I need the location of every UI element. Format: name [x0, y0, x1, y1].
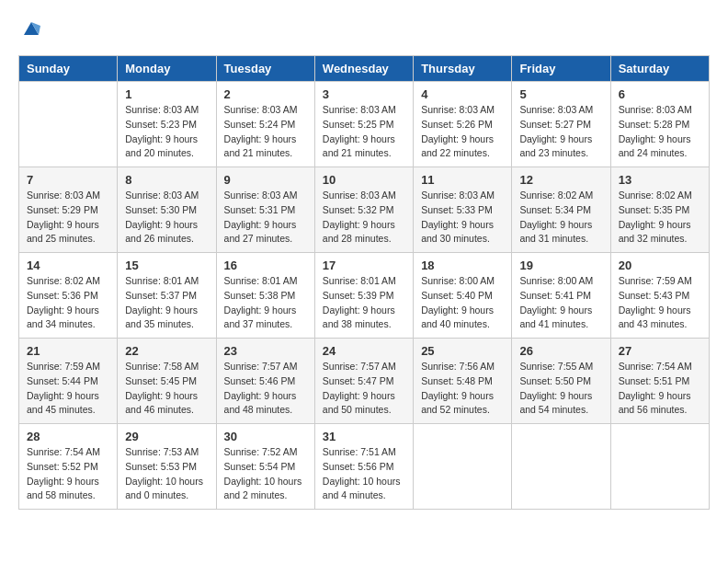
day-number: 4 [421, 87, 504, 101]
calendar-cell: 9Sunrise: 8:03 AM Sunset: 5:31 PM Daylig… [216, 167, 314, 253]
day-number: 15 [125, 259, 208, 272]
day-number: 27 [619, 344, 701, 358]
day-number: 14 [27, 259, 109, 272]
day-number: 21 [27, 344, 109, 358]
column-header-wednesday: Wednesday [314, 56, 413, 82]
day-info: Sunrise: 7:56 AM Sunset: 5:48 PM Dayligh… [421, 360, 504, 418]
calendar-cell: 15Sunrise: 8:01 AM Sunset: 5:37 PM Dayli… [118, 253, 216, 339]
day-number: 9 [224, 173, 307, 187]
day-number: 8 [125, 173, 208, 187]
day-info: Sunrise: 8:03 AM Sunset: 5:33 PM Dayligh… [421, 189, 504, 247]
calendar-cell: 3Sunrise: 8:03 AM Sunset: 5:25 PM Daylig… [314, 82, 413, 167]
day-info: Sunrise: 8:00 AM Sunset: 5:41 PM Dayligh… [519, 274, 602, 332]
calendar-table: SundayMondayTuesdayWednesdayThursdayFrid… [18, 55, 710, 510]
calendar-cell: 7Sunrise: 8:03 AM Sunset: 5:29 PM Daylig… [19, 167, 118, 253]
day-number: 23 [224, 344, 307, 358]
calendar-cell: 16Sunrise: 8:01 AM Sunset: 5:38 PM Dayli… [216, 253, 314, 339]
calendar-cell: 2Sunrise: 8:03 AM Sunset: 5:24 PM Daylig… [216, 82, 314, 167]
column-header-sunday: Sunday [19, 56, 118, 82]
day-info: Sunrise: 7:57 AM Sunset: 5:47 PM Dayligh… [323, 360, 405, 418]
header-row: SundayMondayTuesdayWednesdayThursdayFrid… [19, 56, 710, 82]
day-number: 17 [323, 259, 405, 272]
day-info: Sunrise: 7:51 AM Sunset: 5:56 PM Dayligh… [323, 445, 405, 503]
day-number: 3 [323, 87, 405, 101]
day-number: 11 [421, 173, 504, 187]
day-number: 30 [224, 430, 307, 443]
calendar-cell [610, 424, 709, 510]
day-info: Sunrise: 7:58 AM Sunset: 5:45 PM Dayligh… [125, 360, 208, 418]
day-info: Sunrise: 8:01 AM Sunset: 5:37 PM Dayligh… [125, 274, 208, 332]
week-row-3: 21Sunrise: 7:59 AM Sunset: 5:44 PM Dayli… [19, 339, 710, 424]
day-number: 12 [519, 173, 602, 187]
week-row-1: 7Sunrise: 8:03 AM Sunset: 5:29 PM Daylig… [19, 167, 710, 253]
day-number: 19 [519, 259, 602, 272]
calendar-cell [512, 424, 610, 510]
logo-icon [20, 18, 42, 40]
calendar-cell [414, 424, 512, 510]
calendar-cell: 19Sunrise: 8:00 AM Sunset: 5:41 PM Dayli… [512, 253, 610, 339]
day-number: 1 [125, 87, 208, 101]
calendar-cell: 12Sunrise: 8:02 AM Sunset: 5:34 PM Dayli… [512, 167, 610, 253]
calendar-cell: 5Sunrise: 8:03 AM Sunset: 5:27 PM Daylig… [512, 82, 610, 167]
day-info: Sunrise: 7:57 AM Sunset: 5:46 PM Dayligh… [224, 360, 307, 418]
calendar-cell: 13Sunrise: 8:02 AM Sunset: 5:35 PM Dayli… [610, 167, 709, 253]
calendar-cell: 17Sunrise: 8:01 AM Sunset: 5:39 PM Dayli… [314, 253, 413, 339]
calendar-cell: 4Sunrise: 8:03 AM Sunset: 5:26 PM Daylig… [414, 82, 512, 167]
calendar-cell: 20Sunrise: 7:59 AM Sunset: 5:43 PM Dayli… [610, 253, 709, 339]
day-number: 20 [619, 259, 701, 272]
calendar-cell: 18Sunrise: 8:00 AM Sunset: 5:40 PM Dayli… [414, 253, 512, 339]
day-info: Sunrise: 7:55 AM Sunset: 5:50 PM Dayligh… [519, 360, 602, 418]
calendar-cell: 10Sunrise: 8:03 AM Sunset: 5:32 PM Dayli… [314, 167, 413, 253]
calendar-cell: 14Sunrise: 8:02 AM Sunset: 5:36 PM Dayli… [19, 253, 118, 339]
day-info: Sunrise: 8:03 AM Sunset: 5:32 PM Dayligh… [323, 189, 405, 247]
week-row-0: 1Sunrise: 8:03 AM Sunset: 5:23 PM Daylig… [19, 82, 710, 167]
day-info: Sunrise: 8:03 AM Sunset: 5:27 PM Dayligh… [519, 103, 602, 161]
day-number: 22 [125, 344, 208, 358]
logo-text [18, 18, 42, 40]
day-info: Sunrise: 8:02 AM Sunset: 5:34 PM Dayligh… [519, 189, 602, 247]
calendar-cell [19, 82, 118, 167]
calendar-cell: 31Sunrise: 7:51 AM Sunset: 5:56 PM Dayli… [314, 424, 413, 510]
day-info: Sunrise: 8:03 AM Sunset: 5:28 PM Dayligh… [619, 103, 701, 161]
day-number: 5 [519, 87, 602, 101]
calendar-cell: 25Sunrise: 7:56 AM Sunset: 5:48 PM Dayli… [414, 339, 512, 424]
page-header [18, 18, 710, 40]
day-info: Sunrise: 7:53 AM Sunset: 5:53 PM Dayligh… [125, 445, 208, 503]
day-info: Sunrise: 8:03 AM Sunset: 5:31 PM Dayligh… [224, 189, 307, 247]
day-info: Sunrise: 8:00 AM Sunset: 5:40 PM Dayligh… [421, 274, 504, 332]
day-number: 2 [224, 87, 307, 101]
day-info: Sunrise: 8:03 AM Sunset: 5:29 PM Dayligh… [27, 189, 109, 247]
day-info: Sunrise: 8:01 AM Sunset: 5:38 PM Dayligh… [224, 274, 307, 332]
day-info: Sunrise: 7:52 AM Sunset: 5:54 PM Dayligh… [224, 445, 307, 503]
day-info: Sunrise: 8:03 AM Sunset: 5:26 PM Dayligh… [421, 103, 504, 161]
day-info: Sunrise: 8:03 AM Sunset: 5:23 PM Dayligh… [125, 103, 208, 161]
day-info: Sunrise: 7:54 AM Sunset: 5:52 PM Dayligh… [27, 445, 109, 503]
column-header-saturday: Saturday [610, 56, 709, 82]
week-row-4: 28Sunrise: 7:54 AM Sunset: 5:52 PM Dayli… [19, 424, 710, 510]
calendar-cell: 29Sunrise: 7:53 AM Sunset: 5:53 PM Dayli… [118, 424, 216, 510]
day-number: 24 [323, 344, 405, 358]
column-header-thursday: Thursday [414, 56, 512, 82]
day-info: Sunrise: 7:59 AM Sunset: 5:44 PM Dayligh… [27, 360, 109, 418]
day-number: 10 [323, 173, 405, 187]
day-number: 16 [224, 259, 307, 272]
day-number: 31 [323, 430, 405, 443]
day-info: Sunrise: 8:03 AM Sunset: 5:24 PM Dayligh… [224, 103, 307, 161]
calendar-cell: 28Sunrise: 7:54 AM Sunset: 5:52 PM Dayli… [19, 424, 118, 510]
day-info: Sunrise: 8:01 AM Sunset: 5:39 PM Dayligh… [323, 274, 405, 332]
day-info: Sunrise: 8:03 AM Sunset: 5:25 PM Dayligh… [323, 103, 405, 161]
column-header-friday: Friday [512, 56, 610, 82]
day-number: 18 [421, 259, 504, 272]
column-header-tuesday: Tuesday [216, 56, 314, 82]
logo [18, 18, 42, 40]
calendar-cell: 21Sunrise: 7:59 AM Sunset: 5:44 PM Dayli… [19, 339, 118, 424]
calendar-cell: 8Sunrise: 8:03 AM Sunset: 5:30 PM Daylig… [118, 167, 216, 253]
day-info: Sunrise: 8:02 AM Sunset: 5:36 PM Dayligh… [27, 274, 109, 332]
day-number: 25 [421, 344, 504, 358]
day-number: 7 [27, 173, 109, 187]
day-number: 29 [125, 430, 208, 443]
day-info: Sunrise: 7:59 AM Sunset: 5:43 PM Dayligh… [619, 274, 701, 332]
day-number: 13 [619, 173, 701, 187]
calendar-cell: 30Sunrise: 7:52 AM Sunset: 5:54 PM Dayli… [216, 424, 314, 510]
day-info: Sunrise: 8:02 AM Sunset: 5:35 PM Dayligh… [619, 189, 701, 247]
